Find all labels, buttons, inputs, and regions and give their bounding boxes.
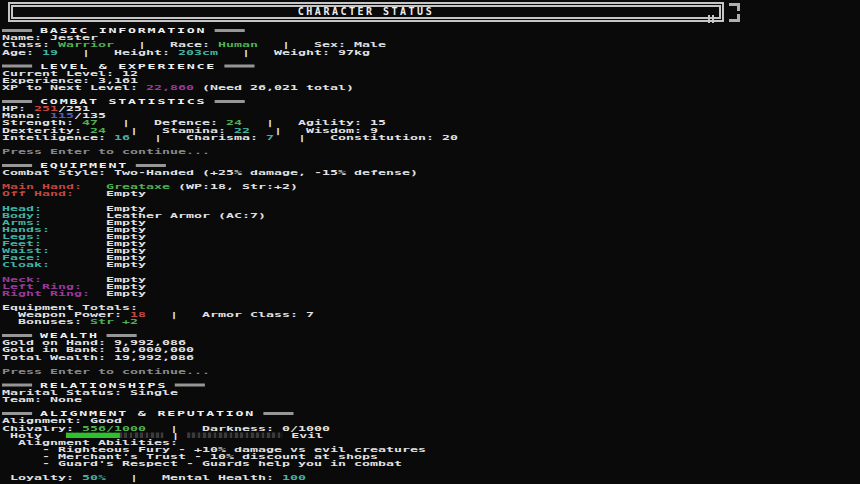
text-segment: | Height: [58,47,178,56]
team-line: Team: None [2,396,860,403]
chivalry-darkness-line: Chivalry: 556/1000 | Darkness: 0/1000 [2,424,860,431]
text-segment: | Charisma: [130,132,266,141]
text-segment: Team: None [2,395,82,404]
text-segment: 203cm [178,47,218,56]
terminal-screen: BASIC INFORMATIONName: JesterClass: Warr… [2,27,860,481]
text-segment: 16 [114,132,130,141]
double-pipe-icon [706,8,714,16]
intelligence-row: Intelligence: 16 | Charisma: 7 | Constit… [2,133,860,140]
header-bar-icon [2,334,32,337]
header-bar-icon [2,64,32,67]
text-segment: 19 [42,47,58,56]
header-bar-icon [214,100,244,103]
xp-to-next-line: XP to Next Level: 22,860 (Need 26,021 to… [2,84,860,91]
frame-corner-top-right-icon [729,3,740,11]
text-segment: 22,860 [146,83,194,92]
header-bar-icon [2,100,32,103]
header-bar-icon [263,412,293,415]
text-segment: Empty [106,288,146,297]
section-header-alignment-reputation: ALIGNMENT & REPUTATION [2,410,860,417]
character-status-window-frame: CHARACTER STATUS [8,2,724,22]
frame-corner-bottom-right-icon [729,14,740,22]
slot-right-ring: Right Ring: Empty [2,289,860,296]
text-segment: | Weight: 97kg [218,47,370,56]
text-segment: (WP:18, Str:+2) [170,182,298,191]
age-height-weight-line: Age: 19 | Height: 203cm | Weight: 97kg [2,48,860,55]
text-segment: Bonuses: [2,317,90,326]
blank [2,155,860,162]
text-segment: (Need 26,021 total) [194,83,354,92]
section-header-basic-information: BASIC INFORMATION [2,27,860,34]
blank [2,325,860,332]
press-enter-prompt: Press Enter to continue... [2,148,860,155]
text-segment: Str +2 [90,317,138,326]
bonuses-line: Bonuses: Str +2 [2,318,860,325]
text-segment: Evil [283,430,323,439]
total-wealth-line: Total Wealth: 19,992,086 [2,353,860,360]
combat-style-line: Combat Style: Two-Handed (+25% damage, -… [2,169,860,176]
header-bar-icon [214,29,244,32]
darkness-bar [187,432,283,438]
text-segment: Age: [2,47,42,56]
ability-guards-respect: - Guard's Respect - Guards help you in c… [2,460,860,467]
text-segment: Combat Style: Two-Handed (+25% damage, -… [2,168,418,177]
header-bar-icon [2,164,32,167]
press-enter-prompt: Press Enter to continue... [2,368,860,375]
text-segment: Press Enter to continue... [2,367,210,376]
text-segment: Total Wealth: 19,992,086 [2,352,194,361]
header-bar-icon [107,334,137,337]
marital-status-line: Marital Status: Single [2,389,860,396]
loyalty-mental-health-line: Loyalty: 50% | Mental Health: 100 [2,474,860,481]
text-segment: Empty [106,260,146,269]
text-segment: 50% [82,473,106,482]
text-segment: Empty [106,189,146,198]
text-segment: | Armor Class: 7 [146,310,314,319]
text-segment: | Mental Health: [106,473,282,482]
header-bar-icon [175,384,205,387]
slot-off-hand: Off Hand: Empty [2,190,860,197]
slot-cloak: Cloak: Empty [2,261,860,268]
header-bar-icon [2,412,32,415]
text-segment: Cloak: [2,260,106,269]
text-segment: Press Enter to continue... [2,147,210,156]
hp-line: HP: 251/251 [2,105,860,112]
text-segment: XP to Next Level: [2,83,146,92]
header-bar-icon [224,64,254,67]
text-segment: Intelligence: [2,132,114,141]
page-title: CHARACTER STATUS [13,7,719,17]
text-segment: Off Hand: [2,189,106,198]
text-segment: 7 [266,132,274,141]
header-bar-icon [2,29,32,32]
text-segment: | Constitution: 20 [274,132,458,141]
text-segment: Loyalty: [2,473,82,482]
section-header-combat-statistics: COMBAT STATISTICS [2,98,860,105]
text-segment: Right Ring: [2,288,106,297]
header-bar-icon [136,164,166,167]
text-segment: 100 [282,473,306,482]
header-bar-icon [2,384,32,387]
text-segment: - Guard's Respect - Guards help you in c… [2,459,402,468]
